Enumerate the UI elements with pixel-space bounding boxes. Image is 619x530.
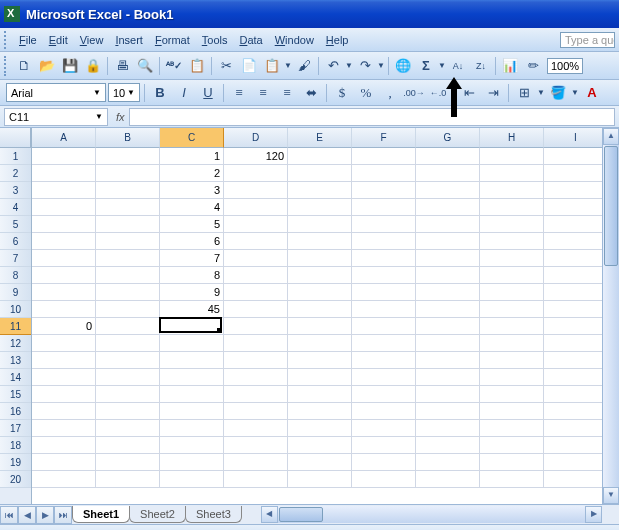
cell-A7[interactable] bbox=[32, 250, 96, 267]
cell-H9[interactable] bbox=[480, 284, 544, 301]
permission-button[interactable]: 🔒 bbox=[82, 55, 104, 77]
cell-H12[interactable] bbox=[480, 335, 544, 352]
cell-D14[interactable] bbox=[224, 369, 288, 386]
cell-C2[interactable]: 2 bbox=[160, 165, 224, 182]
col-header-E[interactable]: E bbox=[288, 128, 352, 148]
cell-C4[interactable]: 4 bbox=[160, 199, 224, 216]
cell-G10[interactable] bbox=[416, 301, 480, 318]
row-header-5[interactable]: 5 bbox=[0, 216, 31, 233]
paste-dropdown[interactable]: ▼ bbox=[284, 61, 292, 70]
cell-G20[interactable] bbox=[416, 471, 480, 488]
cell-C14[interactable] bbox=[160, 369, 224, 386]
cell-D7[interactable] bbox=[224, 250, 288, 267]
cell-F18[interactable] bbox=[352, 437, 416, 454]
fill-color-button[interactable]: 🪣 bbox=[547, 82, 569, 104]
cell-G7[interactable] bbox=[416, 250, 480, 267]
sheet-tab-sheet2[interactable]: Sheet2 bbox=[129, 506, 186, 523]
cell-A5[interactable] bbox=[32, 216, 96, 233]
cells-area[interactable]: 112023456789450 bbox=[32, 148, 602, 488]
cell-D20[interactable] bbox=[224, 471, 288, 488]
cell-A9[interactable] bbox=[32, 284, 96, 301]
cell-A1[interactable] bbox=[32, 148, 96, 165]
cell-B18[interactable] bbox=[96, 437, 160, 454]
cell-F4[interactable] bbox=[352, 199, 416, 216]
cell-A10[interactable] bbox=[32, 301, 96, 318]
cell-I12[interactable] bbox=[544, 335, 602, 352]
cell-F6[interactable] bbox=[352, 233, 416, 250]
cell-B8[interactable] bbox=[96, 267, 160, 284]
cell-A2[interactable] bbox=[32, 165, 96, 182]
hscroll-thumb[interactable] bbox=[279, 507, 323, 522]
cell-A18[interactable] bbox=[32, 437, 96, 454]
cell-E7[interactable] bbox=[288, 250, 352, 267]
prev-sheet-button[interactable]: ◀ bbox=[18, 506, 36, 524]
cell-A12[interactable] bbox=[32, 335, 96, 352]
cell-A11[interactable]: 0 bbox=[32, 318, 96, 335]
cell-D5[interactable] bbox=[224, 216, 288, 233]
cell-I20[interactable] bbox=[544, 471, 602, 488]
row-header-10[interactable]: 10 bbox=[0, 301, 31, 318]
row-header-17[interactable]: 17 bbox=[0, 420, 31, 437]
select-all-corner[interactable] bbox=[0, 128, 31, 148]
menu-data[interactable]: Data bbox=[233, 31, 268, 49]
help-search-input[interactable]: Type a que bbox=[560, 32, 615, 48]
redo-dropdown[interactable]: ▼ bbox=[377, 61, 385, 70]
autosum-button[interactable]: Σ bbox=[415, 55, 437, 77]
cell-E10[interactable] bbox=[288, 301, 352, 318]
cell-A8[interactable] bbox=[32, 267, 96, 284]
cell-I7[interactable] bbox=[544, 250, 602, 267]
cell-C1[interactable]: 1 bbox=[160, 148, 224, 165]
print-button[interactable]: 🖶 bbox=[111, 55, 133, 77]
row-header-13[interactable]: 13 bbox=[0, 352, 31, 369]
vscroll-thumb[interactable] bbox=[604, 146, 618, 266]
row-header-19[interactable]: 19 bbox=[0, 454, 31, 471]
cut-button[interactable]: ✂ bbox=[215, 55, 237, 77]
formula-input[interactable] bbox=[129, 108, 615, 126]
cell-C10[interactable]: 45 bbox=[160, 301, 224, 318]
cell-F5[interactable] bbox=[352, 216, 416, 233]
cell-C9[interactable]: 9 bbox=[160, 284, 224, 301]
name-box[interactable]: C11▼ bbox=[4, 108, 108, 126]
cell-C20[interactable] bbox=[160, 471, 224, 488]
zoom-input[interactable]: 100% bbox=[547, 58, 583, 74]
cell-D4[interactable] bbox=[224, 199, 288, 216]
next-sheet-button[interactable]: ▶ bbox=[36, 506, 54, 524]
cell-G14[interactable] bbox=[416, 369, 480, 386]
menu-help[interactable]: Help bbox=[320, 31, 355, 49]
row-header-8[interactable]: 8 bbox=[0, 267, 31, 284]
cell-E8[interactable] bbox=[288, 267, 352, 284]
col-header-G[interactable]: G bbox=[416, 128, 480, 148]
cell-E20[interactable] bbox=[288, 471, 352, 488]
font-color-button[interactable]: A bbox=[581, 82, 603, 104]
cell-D16[interactable] bbox=[224, 403, 288, 420]
cell-A6[interactable] bbox=[32, 233, 96, 250]
cell-D13[interactable] bbox=[224, 352, 288, 369]
cell-H16[interactable] bbox=[480, 403, 544, 420]
cell-A4[interactable] bbox=[32, 199, 96, 216]
menu-file[interactable]: File bbox=[13, 31, 43, 49]
cell-E19[interactable] bbox=[288, 454, 352, 471]
toolbar-handle[interactable] bbox=[4, 31, 10, 49]
align-center-button[interactable]: ≡ bbox=[252, 82, 274, 104]
row-header-9[interactable]: 9 bbox=[0, 284, 31, 301]
cell-G19[interactable] bbox=[416, 454, 480, 471]
cell-I1[interactable] bbox=[544, 148, 602, 165]
row-header-7[interactable]: 7 bbox=[0, 250, 31, 267]
font-size-input[interactable]: 10▼ bbox=[108, 83, 140, 102]
row-header-12[interactable]: 12 bbox=[0, 335, 31, 352]
comma-button[interactable]: , bbox=[379, 82, 401, 104]
cell-I15[interactable] bbox=[544, 386, 602, 403]
cell-H18[interactable] bbox=[480, 437, 544, 454]
cell-G13[interactable] bbox=[416, 352, 480, 369]
cell-C6[interactable]: 6 bbox=[160, 233, 224, 250]
percent-button[interactable]: % bbox=[355, 82, 377, 104]
underline-button[interactable]: U bbox=[197, 82, 219, 104]
cell-I3[interactable] bbox=[544, 182, 602, 199]
cell-I13[interactable] bbox=[544, 352, 602, 369]
row-header-15[interactable]: 15 bbox=[0, 386, 31, 403]
cell-C19[interactable] bbox=[160, 454, 224, 471]
cell-B2[interactable] bbox=[96, 165, 160, 182]
italic-button[interactable]: I bbox=[173, 82, 195, 104]
cell-E18[interactable] bbox=[288, 437, 352, 454]
row-header-14[interactable]: 14 bbox=[0, 369, 31, 386]
